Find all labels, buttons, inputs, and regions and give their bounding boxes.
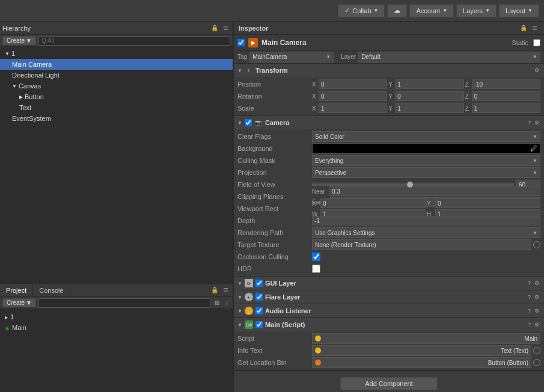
target-texture-field[interactable]: None (Render Texture) [312, 239, 531, 250]
get-location-row: Get Location Btn Button (Button) [234, 357, 544, 369]
viewport-y-input[interactable] [435, 198, 540, 208]
position-y-input[interactable] [395, 79, 463, 89]
info-text-field[interactable]: Text (Text) [312, 345, 531, 356]
rendering-path-dropdown[interactable]: Use Graphics Settings ▼ [312, 227, 540, 238]
transform-settings-icon[interactable]: ⚙ [533, 67, 540, 74]
static-checkbox[interactable] [533, 39, 540, 46]
layout-button[interactable]: Layout ▼ [499, 4, 539, 17]
audio-listener-buttons: ? ⚙ [527, 307, 540, 314]
main-script-active-checkbox[interactable] [255, 321, 263, 328]
projection-dropdown[interactable]: Perspective ▼ [312, 167, 540, 178]
add-component-button[interactable]: Add Component [340, 377, 438, 390]
gui-layer-settings-icon[interactable]: ⚙ [533, 280, 540, 287]
main-script-settings-icon[interactable]: ⚙ [533, 321, 540, 328]
inspector-menu-icon[interactable]: ☰ [530, 24, 539, 32]
inspector-panel: Inspector 🔒 ☰ ▶ Main Camera Static Tag [233, 22, 544, 392]
main-script-help-icon[interactable]: ? [527, 321, 532, 328]
layers-button[interactable]: Layers ▼ [456, 4, 497, 17]
camera-help-icon[interactable]: ? [527, 119, 532, 126]
layer-dropdown[interactable]: Default ▼ [358, 52, 540, 63]
gui-layer-help-icon[interactable]: ? [527, 280, 532, 287]
audio-listener-settings-icon[interactable]: ⚙ [533, 307, 540, 314]
hierarchy-item-canvas[interactable]: Canvas [0, 81, 233, 91]
camera-settings-icon[interactable]: ⚙ [533, 119, 540, 126]
camera-name: Camera [265, 119, 524, 126]
main-script-header[interactable]: ▼ C# Main (Script) ? ⚙ [234, 318, 544, 331]
hdr-value [312, 265, 540, 273]
culling-mask-value: Everything ▼ [312, 155, 540, 166]
project-item-scene[interactable]: ▸ 1 [0, 311, 233, 322]
collab-button[interactable]: ✓ Collab ▼ [338, 4, 385, 17]
hierarchy-lock-icon[interactable]: 🔒 [209, 24, 220, 32]
get-location-picker-icon[interactable] [533, 359, 540, 366]
viewport-x-input[interactable] [320, 198, 426, 208]
cloud-icon: ☁ [394, 7, 400, 14]
flare-layer-active-checkbox[interactable] [255, 293, 263, 301]
hierarchy-create-button[interactable]: Create ▼ [2, 36, 36, 45]
flare-layer-settings-icon[interactable]: ⚙ [533, 293, 540, 301]
position-x-input[interactable] [319, 79, 387, 89]
hierarchy-item-text[interactable]: Text [0, 102, 233, 113]
scale-y-input[interactable] [395, 103, 463, 113]
cloud-button[interactable]: ☁ [387, 4, 407, 17]
culling-mask-dropdown[interactable]: Everything ▼ [312, 155, 540, 166]
occlusion-culling-checkbox[interactable] [312, 253, 320, 261]
main-script-section-icon: C# [245, 320, 253, 329]
audio-listener-active-checkbox[interactable] [255, 307, 263, 314]
transform-header[interactable]: ▼ ⌖ Transform ⚙ [234, 64, 544, 77]
flare-layer-header[interactable]: ▼ ✦ Flare Layer ? ⚙ [234, 290, 544, 304]
camera-icon: 📷 [254, 118, 263, 127]
fov-slider[interactable] [312, 183, 514, 186]
background-color-field[interactable]: 🖉 [312, 143, 540, 154]
transform-props: Position X Y Z [234, 77, 544, 115]
camera-header[interactable]: ▼ 📷 Camera ? ⚙ [234, 116, 544, 129]
position-x-field: X [312, 79, 387, 89]
flare-layer-help-icon[interactable]: ? [527, 293, 532, 301]
project-menu-icon[interactable]: ☰ [221, 286, 230, 294]
hierarchy-item-button[interactable]: Button [0, 91, 233, 102]
audio-listener-help-icon[interactable]: ? [527, 307, 532, 314]
main-script-section: ▼ C# Main (Script) ? ⚙ Script [234, 318, 544, 370]
inspector-lock-icon[interactable]: 🔒 [518, 24, 529, 32]
gui-layer-buttons: ? ⚙ [527, 280, 540, 287]
tab-console[interactable]: Console [33, 284, 70, 296]
hdr-checkbox[interactable] [312, 265, 320, 273]
project-filter-icon[interactable]: ⊞ [213, 299, 221, 307]
rotation-y-input[interactable] [395, 91, 463, 101]
gui-layer-active-checkbox[interactable] [255, 280, 263, 287]
get-location-field[interactable]: Button (Button) [312, 357, 531, 368]
rotation-z-input[interactable] [472, 91, 540, 101]
project-search-input[interactable] [38, 298, 210, 308]
info-text-picker-icon[interactable] [533, 347, 540, 354]
hierarchy-item-directional-light[interactable]: Directional Light [0, 70, 233, 81]
rotation-x-input[interactable] [319, 91, 387, 101]
project-create-button[interactable]: Create ▼ [2, 298, 36, 307]
near-input[interactable] [329, 186, 540, 196]
project-item-main[interactable]: ◈ Main [0, 322, 233, 333]
scale-z-input[interactable] [472, 103, 540, 113]
hierarchy-search-input[interactable] [38, 36, 230, 46]
get-location-dot-icon [315, 360, 321, 366]
hierarchy-item-eventsystem[interactable]: EventSystem [0, 113, 233, 124]
account-button[interactable]: Account ▼ [409, 4, 454, 17]
project-content: ▸ 1 ◈ Main [0, 309, 233, 392]
depth-input[interactable] [312, 216, 540, 225]
gui-layer-header[interactable]: ▼ G GUI Layer ? ⚙ [234, 277, 544, 290]
position-z-input[interactable] [472, 79, 540, 89]
script-field[interactable]: Main [312, 333, 540, 344]
hierarchy-item-scene[interactable]: 1 [0, 48, 233, 59]
object-active-checkbox[interactable] [237, 39, 245, 46]
project-lock-icon[interactable]: 🔒 [209, 286, 220, 294]
audio-listener-header[interactable]: ▼ ♪ Audio Listener ? ⚙ [234, 304, 544, 317]
clear-flags-dropdown[interactable]: Solid Color ▼ [312, 131, 540, 142]
camera-active-checkbox[interactable] [245, 119, 252, 126]
hierarchy-menu-icon[interactable]: ☰ [221, 24, 230, 32]
scale-x-input[interactable] [319, 103, 387, 113]
hierarchy-item-main-camera[interactable]: Main Camera [0, 59, 233, 70]
tab-project[interactable]: Project [0, 284, 33, 296]
project-sort-icon[interactable]: ↕ [224, 299, 230, 307]
tag-dropdown[interactable]: MainCamera ▼ [249, 52, 334, 63]
target-texture-picker-icon[interactable] [533, 241, 540, 248]
color-picker-icon[interactable]: 🖉 [530, 144, 540, 153]
occlusion-culling-value [312, 253, 540, 261]
